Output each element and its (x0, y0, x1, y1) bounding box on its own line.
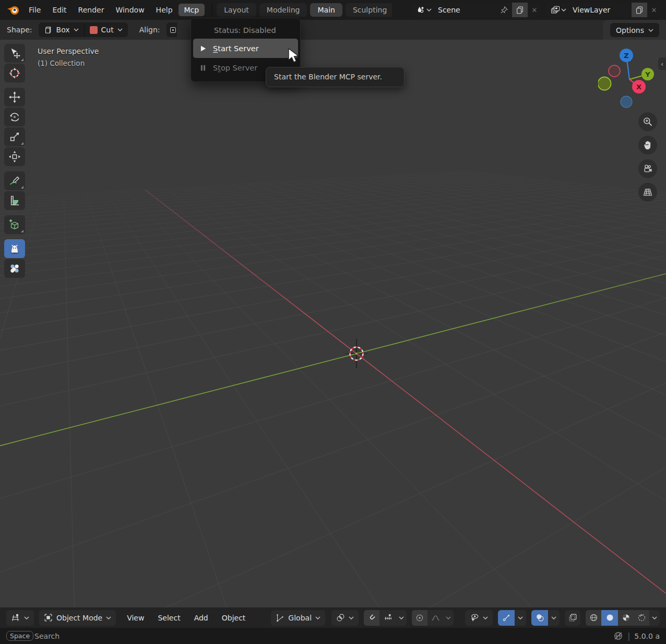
select-box-tool-button[interactable] (4, 44, 25, 63)
shading-mode-controls (586, 610, 660, 626)
chevron-down-icon (652, 616, 657, 619)
options-dropdown[interactable]: Options (610, 23, 659, 37)
scale-icon (9, 131, 20, 143)
start-server-menu-item[interactable]: Start Server (193, 39, 298, 58)
chevron-down-icon (648, 29, 653, 32)
pan-view-button[interactable] (638, 136, 657, 155)
falloff-dropdown[interactable] (443, 610, 454, 626)
move-tool-button[interactable] (4, 88, 25, 107)
view-perspective-label: User Perspective (38, 47, 99, 55)
xray-toggle[interactable] (565, 610, 580, 626)
cursor-tool-button[interactable] (4, 64, 25, 83)
chevron-down-icon (24, 616, 29, 619)
select-menu[interactable]: Select (151, 614, 187, 622)
wireframe-shading-button[interactable] (586, 610, 601, 626)
shape-dropdown[interactable]: Box (39, 22, 84, 37)
scene-new-button[interactable] (512, 3, 528, 17)
camera-icon (643, 163, 653, 174)
cut-mode-dropdown[interactable]: Cut (85, 22, 128, 37)
scene-unlink-button[interactable]: ✕ (528, 3, 541, 17)
boxcutter-tool-button[interactable] (4, 239, 25, 258)
menu-window[interactable]: Window (110, 4, 150, 16)
hardops-tool-button[interactable] (4, 259, 25, 278)
version-label: 5.0.0 a (634, 632, 660, 640)
snap-toggle[interactable] (364, 610, 379, 626)
shape-value: Box (56, 26, 70, 34)
workspace-tab-modeling[interactable]: Modeling (259, 3, 307, 17)
overlays-dropdown[interactable] (548, 610, 560, 626)
rotate-icon (9, 111, 20, 123)
solid-shading-button[interactable] (601, 610, 618, 626)
object-menu[interactable]: Object (215, 614, 253, 622)
sidebar-collapse-tab[interactable]: ‹ (658, 57, 666, 70)
mode-label: Object Mode (56, 614, 102, 622)
rotate-tool-button[interactable] (4, 108, 25, 126)
rendered-preview-icon (637, 613, 646, 622)
menu-file[interactable]: File (23, 4, 46, 16)
duplicate-icon (635, 6, 644, 14)
measure-tool-button[interactable] (4, 191, 25, 210)
overlays-controls (531, 610, 560, 626)
camera-view-button[interactable] (638, 159, 657, 178)
scene-browse-button[interactable] (412, 3, 435, 17)
workspace-tab-sculpting[interactable]: Sculpting (346, 3, 392, 17)
transform-orientation-dropdown[interactable]: Global (271, 610, 325, 626)
gizmo-negative-x[interactable] (609, 65, 620, 77)
workspace-tab-main[interactable]: Main (310, 3, 342, 17)
chevron-down-icon (483, 616, 488, 619)
editor-type-dropdown[interactable] (6, 610, 34, 626)
transform-tool-button[interactable] (4, 147, 25, 166)
visibility-dropdown[interactable] (465, 610, 493, 626)
menu-render[interactable]: Render (73, 4, 110, 16)
align-option-icon (169, 26, 177, 34)
chevron-down-icon (349, 616, 354, 619)
viewport-info-text: User Perspective (1) Collection (38, 47, 99, 67)
annotate-tool-button[interactable] (4, 171, 25, 190)
select-cursor-icon (9, 48, 20, 59)
shading-dropdown[interactable] (649, 610, 660, 626)
navigation-gizmo[interactable]: Z Y X (598, 47, 661, 115)
show-overlays-toggle[interactable] (531, 610, 548, 626)
scene-selector[interactable]: Scene ✕ (412, 3, 541, 17)
align-option-button[interactable] (166, 22, 177, 37)
falloff-button[interactable] (427, 610, 443, 626)
gizmo-negative-z[interactable] (621, 96, 632, 108)
scene-icon (416, 5, 425, 15)
menu-help[interactable]: Help (150, 4, 179, 16)
pin-icon[interactable] (500, 5, 509, 15)
viewlayer-name[interactable]: ViewLayer (569, 6, 632, 14)
mode-dropdown[interactable]: Object Mode (39, 610, 116, 626)
falloff-curve-icon (431, 613, 440, 622)
shape-button-group: Box Cut (39, 22, 128, 37)
scale-tool-button[interactable] (4, 127, 25, 146)
show-gizmos-toggle[interactable] (498, 610, 515, 626)
add-cube-tool-button[interactable] (4, 215, 25, 234)
zoom-icon (643, 116, 653, 127)
viewlayer-icon (551, 5, 560, 15)
pivot-point-dropdown[interactable] (331, 610, 359, 626)
viewport-grid (0, 40, 666, 607)
ortho-toggle-button[interactable] (638, 183, 657, 202)
snap-dropdown[interactable] (396, 610, 407, 626)
gizmos-dropdown[interactable] (515, 610, 526, 626)
gizmo-negative-y[interactable] (598, 77, 611, 90)
menu-edit[interactable]: Edit (46, 4, 72, 16)
editor-3d-viewport-icon (11, 613, 20, 623)
zoom-view-button[interactable] (638, 112, 657, 131)
scene-name[interactable]: Scene (435, 6, 500, 14)
snap-mode-button[interactable] (379, 610, 396, 626)
move-icon (9, 91, 20, 103)
viewlayer-remove-button[interactable]: ✕ (647, 3, 661, 17)
material-shading-button[interactable] (618, 610, 634, 626)
workspace-tab-layout[interactable]: Layout (217, 3, 256, 17)
viewlayer-selector[interactable]: ViewLayer ✕ (546, 3, 661, 17)
viewlayer-new-button[interactable] (632, 3, 647, 17)
view-menu[interactable]: View (120, 614, 151, 622)
viewlayer-browse-button[interactable] (546, 3, 569, 17)
3d-cursor (341, 336, 372, 371)
rendered-shading-button[interactable] (634, 610, 649, 626)
3d-viewport[interactable]: User Perspective (1) Collection (0, 40, 666, 607)
add-menu[interactable]: Add (187, 614, 215, 622)
proportional-edit-toggle[interactable] (412, 610, 427, 626)
menu-mcp[interactable]: Mcp (179, 4, 205, 16)
